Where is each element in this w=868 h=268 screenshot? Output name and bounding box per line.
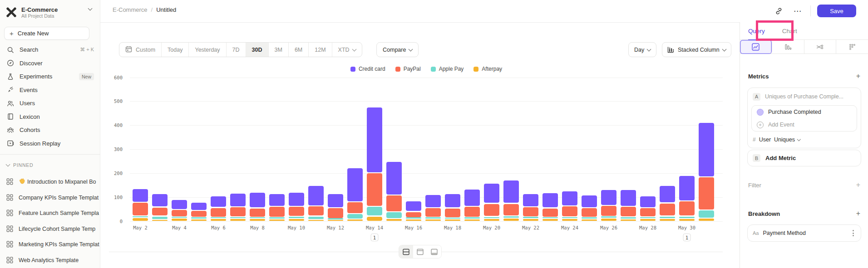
bar-segment-credit-card[interactable] (484, 184, 499, 203)
bar-segment-afterpay[interactable] (542, 219, 558, 221)
bar-segment-credit-card[interactable] (308, 186, 324, 205)
bar-segment-apple-pay[interactable] (660, 217, 675, 218)
flows-tab[interactable] (804, 40, 837, 54)
sidebar-item-cohorts[interactable]: Cohorts (0, 123, 100, 137)
bar-segment-afterpay[interactable] (445, 219, 460, 221)
bar-segment-apple-pay[interactable] (425, 217, 441, 219)
range-3m[interactable]: 3M (269, 43, 289, 57)
sidebar-item-users[interactable]: Users (0, 97, 100, 110)
tab-query[interactable]: Query (748, 22, 765, 40)
tab-chart[interactable]: Chart (782, 22, 797, 40)
retention-tab[interactable] (836, 40, 868, 54)
bar-segment-credit-card[interactable] (152, 194, 168, 206)
pinned-board-item[interactable]: Company KPIs Sample Templat (0, 190, 100, 206)
bar-segment-afterpay[interactable] (328, 220, 343, 221)
compare-button[interactable]: Compare (376, 42, 419, 57)
bar-segment-credit-card[interactable] (640, 196, 656, 207)
bar-segment-afterpay[interactable] (503, 219, 519, 221)
bar-segment-apple-pay[interactable] (250, 217, 265, 219)
bar-segment-credit-card[interactable] (621, 190, 636, 206)
bar-segment-afterpay[interactable] (523, 219, 538, 221)
bar-segment-paypal[interactable] (445, 209, 460, 217)
sidebar-item-discover[interactable]: Discover (0, 57, 100, 70)
project-switcher[interactable]: E-Commerce All Project Data (5, 4, 96, 20)
bar-segment-credit-card[interactable] (289, 193, 304, 205)
bar-segment-apple-pay[interactable] (582, 217, 597, 219)
bar-segment-afterpay[interactable] (191, 219, 207, 221)
pinned-board-item[interactable]: Lifecycle Cohort Sample Temp (0, 221, 100, 237)
sidebar-item-session-replay[interactable]: Session Replay (0, 137, 100, 151)
bar-segment-paypal[interactable] (562, 206, 577, 216)
bar-segment-paypal[interactable] (347, 202, 363, 213)
bar-segment-paypal[interactable] (425, 208, 441, 217)
bar-segment-afterpay[interactable] (699, 219, 714, 221)
save-button[interactable]: Save (817, 5, 856, 17)
copy-link-button[interactable] (772, 5, 785, 17)
bar-segment-paypal[interactable] (503, 204, 519, 215)
breakdown-card[interactable]: Aa Payment Method (747, 224, 861, 242)
layout-table-bottom-button[interactable] (427, 245, 441, 258)
legend-item-apple-pay[interactable]: Apple Pay (431, 66, 464, 72)
range-custom[interactable]: Custom (119, 43, 162, 57)
sidebar-item-experiments[interactable]: ExperimentsNew (0, 70, 100, 83)
bar-segment-paypal[interactable] (328, 208, 343, 218)
bar-segment-afterpay[interactable] (582, 219, 597, 221)
bar-segment-apple-pay[interactable] (191, 217, 207, 219)
bar-segment-apple-pay[interactable] (211, 217, 226, 219)
bar-segment-afterpay[interactable] (211, 219, 226, 221)
bar-segment-paypal[interactable] (660, 204, 675, 216)
bar-segment-apple-pay[interactable] (484, 217, 499, 219)
bar-segment-apple-pay[interactable] (269, 217, 285, 219)
bar-segment-afterpay[interactable] (640, 219, 656, 221)
bar-segment-apple-pay[interactable] (464, 217, 480, 219)
bar-segment-paypal[interactable] (191, 211, 207, 217)
create-new-button[interactable]: + Create New (4, 27, 89, 40)
bar-segment-paypal[interactable] (230, 207, 246, 216)
bar-segment-credit-card[interactable] (660, 186, 675, 202)
bar-segment-credit-card[interactable] (133, 189, 148, 202)
bar-segment-afterpay[interactable] (269, 219, 285, 221)
annotation-count-badge[interactable]: 1 (371, 234, 379, 241)
bar-segment-credit-card[interactable] (679, 176, 695, 200)
range-today[interactable]: Today (162, 43, 189, 57)
bar-segment-apple-pay[interactable] (679, 217, 695, 218)
bar-segment-paypal[interactable] (172, 210, 187, 216)
bar-segment-apple-pay[interactable] (152, 217, 168, 219)
bar-segment-apple-pay[interactable] (347, 214, 363, 218)
bar-segment-apple-pay[interactable] (621, 217, 636, 219)
bar-segment-afterpay[interactable] (425, 219, 441, 221)
annotation-count-badge[interactable]: 1 (683, 234, 691, 241)
legend-item-credit-card[interactable]: Credit card (350, 66, 385, 72)
insights-tab[interactable] (740, 40, 772, 54)
breadcrumb-project-link[interactable]: E-Commerce (113, 6, 148, 13)
bar-segment-afterpay[interactable] (464, 219, 480, 221)
bar-segment-credit-card[interactable] (347, 168, 363, 201)
bar-segment-credit-card[interactable] (269, 194, 285, 206)
legend-item-afterpay[interactable]: Afterpay (473, 66, 502, 72)
range-xtd[interactable]: XTD (332, 43, 362, 57)
range-12m[interactable]: 12M (309, 43, 332, 57)
pinned-board-item[interactable]: Feature Launch Sample Templa (0, 205, 100, 221)
bar-segment-paypal[interactable] (484, 204, 499, 216)
pinned-board-item[interactable]: Introduction to Mixpanel Bo (0, 174, 100, 190)
pinned-board-item[interactable]: Marketing KPIs Sample Templat (0, 237, 100, 253)
bar-segment-apple-pay[interactable] (367, 207, 382, 215)
bar-segment-apple-pay[interactable] (406, 217, 421, 219)
bar-segment-afterpay[interactable] (347, 219, 363, 221)
bar-segment-apple-pay[interactable] (542, 217, 558, 219)
metric-b-card[interactable]: B Add Metric (747, 150, 861, 166)
bar-segment-apple-pay[interactable] (172, 217, 187, 218)
bar-segment-paypal[interactable] (367, 173, 382, 206)
bar-segment-credit-card[interactable] (250, 193, 265, 207)
bar-segment-paypal[interactable] (386, 195, 402, 211)
bar-segment-apple-pay[interactable] (503, 216, 519, 218)
range-6m[interactable]: 6M (289, 43, 309, 57)
bar-segment-afterpay[interactable] (367, 217, 382, 221)
bar-segment-afterpay[interactable] (386, 219, 402, 221)
bar-segment-credit-card[interactable] (425, 195, 441, 207)
range-yesterday[interactable]: Yesterday (189, 43, 226, 57)
bar-segment-apple-pay[interactable] (445, 218, 460, 219)
bar-segment-afterpay[interactable] (152, 220, 168, 221)
bar-segment-credit-card[interactable] (601, 190, 616, 205)
add-event-row[interactable]: + Add Event (752, 118, 857, 131)
